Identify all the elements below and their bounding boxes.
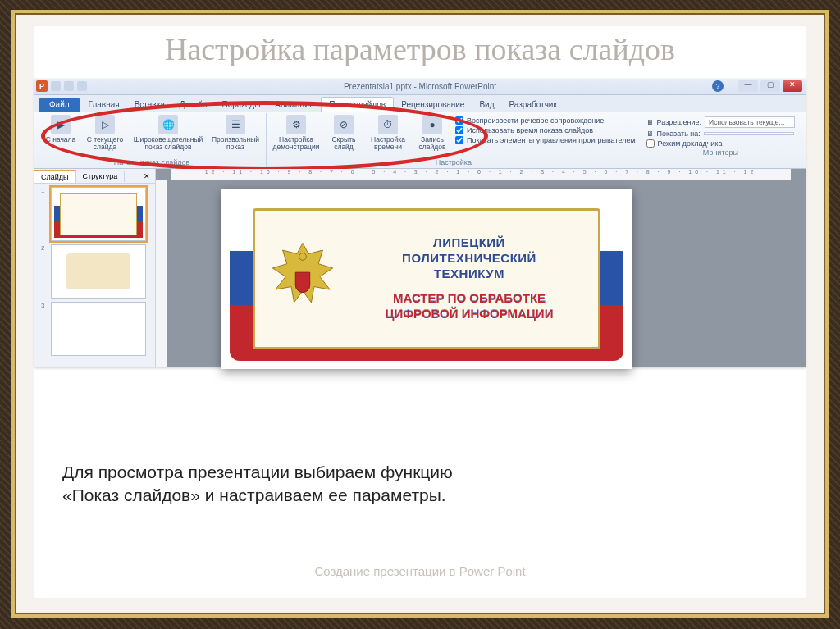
tab-home[interactable]: Главная	[81, 98, 127, 112]
custom-show-button[interactable]: ☰ Произвольный показ	[210, 115, 261, 151]
powerpoint-screenshot: P Prezentatsia1.pptx - Microsoft PowerPo…	[34, 79, 806, 367]
from-beginning-button[interactable]: ▶ С начала	[43, 115, 79, 144]
tab-review[interactable]: Рецензирование	[394, 98, 472, 112]
tab-developer[interactable]: Разработчик	[501, 98, 564, 112]
setup-show-button[interactable]: ⚙ Настройка демонстрации	[272, 115, 321, 151]
minimize-button[interactable]: —	[738, 80, 758, 92]
monitor-icon: 🖥	[646, 118, 654, 126]
qat-save-icon[interactable]	[51, 81, 61, 91]
svg-point-0	[299, 253, 307, 261]
hide-slide-icon: ⊘	[334, 115, 354, 134]
hide-slide-button[interactable]: ⊘ Скрыть слайд	[326, 115, 362, 151]
slide-body-text: Для просмотра презентации выбираем функц…	[62, 461, 489, 508]
horizontal-ruler: 12 · 11 · 10 · 9 · 8 · 7 · 6 · 5 · 4 · 3…	[171, 169, 791, 180]
tab-animation[interactable]: Анимация	[267, 98, 321, 112]
thumbnail-3[interactable]: 3	[41, 302, 148, 356]
group-setup: ⚙ Настройка демонстрации ⊘ Скрыть слайд …	[267, 113, 641, 168]
setup-icon: ⚙	[286, 115, 306, 134]
thumbs-tab-outline[interactable]: Структура	[76, 171, 126, 182]
thumbnail-panel: Слайды Структура ✕ 1 2 3	[34, 169, 156, 367]
broadcast-icon: 🌐	[158, 115, 178, 134]
thumbs-close-icon[interactable]: ✕	[139, 172, 155, 180]
from-current-button[interactable]: ▷ С текущего слайда	[84, 115, 126, 151]
thumbnail-1[interactable]: 1	[41, 187, 148, 241]
tab-transitions[interactable]: Переходы	[214, 98, 267, 112]
resolution-label: Разрешение:	[657, 118, 701, 126]
chk-timings[interactable]: Использовать время показа слайдов	[455, 126, 636, 134]
custom-show-icon: ☰	[226, 115, 245, 134]
thumbnail-2[interactable]: 2	[41, 244, 148, 299]
slide-canvas-area: 12 · 11 · 10 · 9 · 8 · 7 · 6 · 5 · 4 · 3…	[156, 169, 806, 367]
current-slide-preview[interactable]: ЛИПЕЦКИЙПОЛИТЕХНИЧЕСКИЙТЕХНИКУМ МАСТЕР П…	[221, 189, 632, 369]
resolution-select[interactable]: Использовать текуще...	[705, 116, 795, 128]
ribbon: ▶ С начала ▷ С текущего слайда 🌐 Широков…	[34, 112, 806, 169]
group-monitors: 🖥 Разрешение: Использовать текуще... 🖥 П…	[641, 113, 800, 168]
record-icon: ●	[422, 115, 442, 134]
play-current-icon: ▷	[95, 115, 115, 134]
slide-footer: Создание презентации в Power Point	[34, 564, 806, 578]
app-icon: P	[36, 80, 48, 92]
tab-design[interactable]: Дизайн	[172, 98, 215, 112]
play-icon: ▶	[51, 115, 71, 134]
thumbs-tab-slides[interactable]: Слайды	[34, 170, 76, 183]
titlebar: P Prezentatsia1.pptx - Microsoft PowerPo…	[34, 79, 806, 95]
chk-presenter-view[interactable]: Режим докладчика	[646, 139, 795, 148]
maximize-button[interactable]: ▢	[760, 80, 780, 92]
presentation-frame: Настройка параметров показа слайдов P Pr…	[11, 10, 829, 618]
group-label-start: Начать показ слайдов	[43, 157, 261, 168]
tab-insert[interactable]: Вставка	[127, 98, 172, 112]
qat-redo-icon[interactable]	[77, 81, 87, 91]
rehearse-button[interactable]: ⏱ Настройка времени	[367, 115, 409, 151]
editor-area: Слайды Структура ✕ 1 2 3	[34, 169, 806, 367]
vertical-ruler	[156, 180, 167, 367]
show-on-label: Показать на:	[657, 130, 701, 138]
chk-narration[interactable]: Воспроизвести речевое сопровождение	[455, 116, 636, 125]
monitor-icon: 🖥	[646, 130, 654, 138]
chk-controls[interactable]: Показать элементы управления проигрывате…	[455, 136, 636, 144]
group-start-slideshow: ▶ С начала ▷ С текущего слайда 🌐 Широков…	[38, 113, 267, 168]
record-button[interactable]: ● Запись слайдов	[414, 115, 450, 151]
tab-slideshow[interactable]: Показ слайдов	[321, 97, 394, 112]
tab-view[interactable]: Вид	[472, 98, 501, 112]
help-icon[interactable]: ?	[712, 80, 724, 92]
close-button[interactable]: ✕	[783, 80, 802, 92]
clock-icon: ⏱	[378, 115, 398, 134]
group-label-monitors: Мониторы	[646, 148, 795, 158]
slide-headline: ЛИПЕЦКИЙПОЛИТЕХНИЧЕСКИЙТЕХНИКУМ МАСТЕР П…	[352, 235, 587, 322]
ribbon-tabs: Файл Главная Вставка Дизайн Переходы Ани…	[34, 95, 806, 112]
qat-undo-icon[interactable]	[64, 81, 74, 91]
coat-of-arms-icon	[267, 239, 339, 318]
show-on-select[interactable]	[704, 132, 794, 135]
broadcast-button[interactable]: 🌐 Широковещательный показ слайдов	[131, 115, 205, 151]
quick-access-toolbar: P	[36, 80, 87, 92]
group-label-setup: Настройка	[272, 157, 636, 168]
slide-canvas: Настройка параметров показа слайдов P Pr…	[34, 26, 806, 598]
slide-title: Настройка параметров показа слайдов	[34, 26, 806, 79]
tab-file[interactable]: Файл	[39, 98, 80, 112]
window-title: Prezentatsia1.pptx - Microsoft PowerPoin…	[344, 82, 496, 91]
